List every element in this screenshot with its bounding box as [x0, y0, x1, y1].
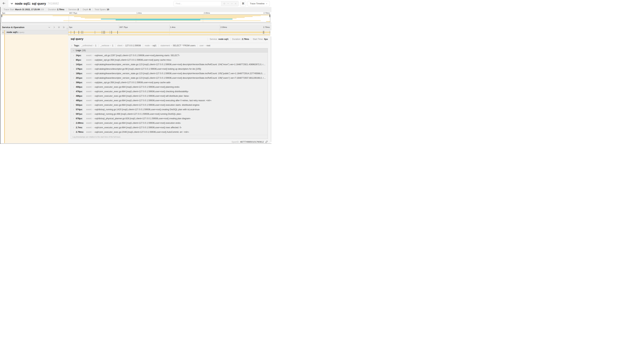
log-entry[interactable]: 459μs: event = ‹sql/conn_executor_exec.g… — [72, 85, 266, 89]
log-expand-chevron-right-icon[interactable] — [72, 64, 74, 66]
log-entry[interactable]: 142μs: event = ‹sql/catalog/lease/descri… — [72, 62, 266, 67]
locate-icon[interactable] — [223, 3, 226, 5]
log-equals: = — [92, 67, 94, 71]
log-expand-chevron-right-icon[interactable] — [72, 59, 74, 61]
find-box — [174, 1, 238, 6]
log-expand-chevron-right-icon[interactable] — [72, 55, 74, 57]
log-expand-chevron-right-icon[interactable] — [72, 122, 74, 124]
log-expand-chevron-right-icon[interactable] — [72, 73, 74, 75]
log-entry[interactable]: 486μs: event = ‹sql/conn_executor_exec.g… — [72, 94, 266, 98]
minimap-left-scrub-handle[interactable] — [2, 15, 2, 17]
log-entry[interactable]: 2.79ms: event = ‹sql/conn_executor_exec.… — [72, 130, 266, 134]
tag-equals: = — [110, 45, 111, 47]
top-header-bar: node sql1: sql query 7418682 — [0, 0, 272, 7]
expand-one-chevron-right-icon[interactable] — [53, 26, 56, 29]
keyboard-shortcuts-button[interactable]: ⌘ — [240, 1, 246, 6]
log-entry[interactable]: 476μs: event = ‹sql/conn_executor_exec.g… — [72, 89, 266, 94]
timeline-gridline — [220, 25, 220, 30]
log-expand-chevron-right-icon[interactable] — [72, 131, 74, 133]
minimap-canvas[interactable] — [2, 14, 270, 22]
log-entry[interactable]: 2.69ms: event = ‹sql/conn_executor_exec.… — [72, 121, 266, 125]
back-button[interactable] — [0, 0, 8, 7]
header-controls: ⌘ Trace Timeline — [174, 1, 270, 6]
log-entry[interactable]: 34μs: event = ‹sql/exec_util.go:2297 [ns… — [72, 53, 266, 58]
meta-value: 2.79ms — [57, 8, 64, 11]
logs-header[interactable]: Logs (18) — [71, 48, 268, 53]
trace-minimap: 0μs697.75μs1.4ms2.09ms2.79ms — [0, 12, 272, 23]
log-equals: = — [92, 94, 94, 98]
log-field-value: ‹sql/catalog/lease/descriptor_version_st… — [94, 71, 266, 76]
span-row-timeline-cell[interactable] — [68, 30, 270, 34]
detail-meta: Service: node sql1 Duration: 2.79ms Star… — [208, 38, 268, 40]
log-entry[interactable]: 366μs: event = ‹sql/plan_opt.go:358 [nsq… — [72, 80, 266, 85]
span-row-service-cell[interactable]: node sql1 sql query — [0, 30, 68, 34]
detail-scrollbar[interactable] — [270, 36, 271, 142]
log-entry[interactable]: 502μs: event = ‹sql/conn_executor_exec.g… — [72, 103, 266, 107]
find-prev-chevron-up-icon[interactable] — [227, 3, 229, 5]
find-input[interactable] — [174, 1, 221, 6]
log-expand-chevron-right-icon[interactable] — [72, 82, 74, 84]
span-row[interactable]: node sql1 sql query — [0, 30, 272, 35]
span-collapse-chevron-down-icon[interactable] — [2, 31, 4, 34]
log-entry[interactable]: 495μs: event = ‹sql/conn_executor_exec.g… — [72, 98, 266, 103]
log-entry[interactable]: 2.7ms: event = ‹sql/conn_executor_exec.g… — [72, 125, 266, 130]
tags-expand-chevron-right-icon[interactable] — [71, 45, 73, 47]
log-field-value: ‹sql/conn_executor_exec.go:2046 [nsql1,c… — [94, 130, 189, 134]
log-field-key: event — [86, 121, 92, 125]
span-duration-bar[interactable] — [68, 32, 270, 33]
timeline-tick-label: 2.09ms — [220, 25, 227, 30]
trace-meta-item: Duration 2.79ms — [46, 8, 66, 11]
find-clear-close-icon[interactable] — [234, 3, 237, 5]
log-expand-chevron-right-icon[interactable] — [72, 91, 74, 93]
minimap-span-bar — [85, 18, 236, 19]
log-field-value: ‹sql/exec_util.go:2297 [nsql1,client=127… — [94, 53, 180, 58]
minimap-right-scrub-handle[interactable] — [270, 15, 270, 17]
collapse-all-double-chevron-down-icon[interactable] — [58, 26, 60, 29]
log-field-key: event — [86, 58, 92, 62]
log-tick-mark — [82, 31, 82, 34]
log-entry[interactable]: 80μs: event = ‹sql/plan_opt.go:358 [nsql… — [72, 58, 266, 62]
left-edge-scrollbar[interactable] — [0, 7, 0, 144]
log-timestamp: 495μs: — [76, 98, 85, 103]
log-expand-chevron-right-icon[interactable] — [72, 104, 74, 106]
view-selector-button[interactable]: Trace Timeline — [248, 1, 270, 6]
log-entry[interactable]: 201μs: event = ‹sql/catalog/lease/descri… — [72, 76, 266, 80]
log-expand-chevron-right-icon[interactable] — [72, 86, 74, 88]
find-next-chevron-down-icon[interactable] — [231, 3, 233, 5]
log-expand-chevron-right-icon[interactable] — [72, 100, 74, 102]
log-entry[interactable]: 597μs: event = ‹sql/distsql_running.go:4… — [72, 112, 266, 116]
span-id-value: 4877749850101760812 — [240, 141, 264, 143]
log-expand-chevron-right-icon[interactable] — [72, 77, 74, 79]
log-expand-chevron-right-icon[interactable] — [72, 109, 74, 111]
log-expand-chevron-right-icon[interactable] — [72, 127, 74, 129]
log-field-value: ‹sql/catalog/descs/descriptor.go:98 [nsq… — [94, 67, 201, 71]
log-entry[interactable]: 574μs: event = ‹sql/distsql_running.go:1… — [72, 107, 266, 112]
span-id-label: SpanID: — [232, 141, 239, 143]
log-field-value: ‹sql/conn_executor_exec.go:684 [nsql1,cl… — [94, 85, 180, 89]
log-tick-mark — [78, 31, 79, 34]
log-expand-chevron-right-icon[interactable] — [72, 68, 74, 70]
expand-all-double-chevron-right-icon[interactable] — [62, 26, 65, 29]
trace-meta-bar: Trace Start March 31 2022, 17:25:09 .326… — [0, 7, 272, 12]
log-field-key: event — [86, 107, 92, 112]
column-resize-grip[interactable] — [67, 28, 68, 30]
detail-meta-value: node sql1 — [218, 38, 228, 40]
log-expand-chevron-right-icon[interactable] — [72, 118, 74, 120]
log-field-key: event — [86, 67, 92, 71]
log-field-key: event — [86, 94, 92, 98]
tag-key: statement — [160, 44, 170, 47]
log-expand-chevron-right-icon[interactable] — [72, 113, 74, 115]
meta-label: Total Spans — [94, 8, 106, 11]
log-tick-mark — [117, 31, 118, 34]
section-divider — [0, 23, 272, 25]
tags-label[interactable]: Tags: — [74, 44, 80, 47]
collapse-trace-chevron-down-icon[interactable] — [10, 2, 14, 5]
log-equals: = — [92, 62, 94, 67]
log-expand-chevron-right-icon[interactable] — [72, 95, 74, 97]
log-entry[interactable]: 678μs: event = ‹sql/distsql_physical_pla… — [72, 116, 266, 121]
log-entry[interactable]: 189μs: event = ‹sql/catalog/lease/descri… — [72, 71, 266, 76]
log-entry[interactable]: 176μs: event = ‹sql/catalog/descs/descri… — [72, 67, 266, 71]
collapse-one-chevron-down-icon[interactable] — [48, 26, 50, 29]
deep-link-icon[interactable] — [265, 141, 268, 143]
detail-indent-column — [0, 36, 68, 144]
